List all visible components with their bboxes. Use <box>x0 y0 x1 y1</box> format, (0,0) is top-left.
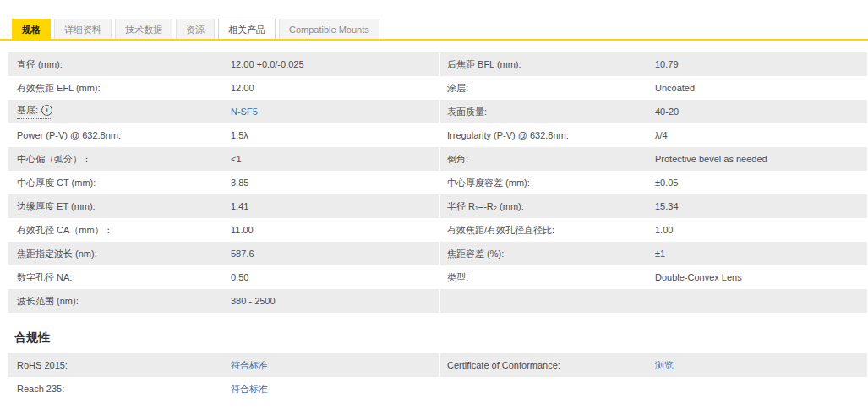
specifications-table: 直径 (mm):12.00 +0.0/-0.025有效焦距 EFL (mm):1… <box>8 52 867 313</box>
spec-row-label: 中心厚度容差 (mm): <box>447 177 655 189</box>
spec-row-value: ±1 <box>655 248 665 259</box>
compliance-row <box>440 377 867 401</box>
spec-row-label: 半径 R₁=-R₂ (mm): <box>447 200 655 213</box>
compliance-section: RoHS 2015:符合标准Reach 235:符合标准Certificate … <box>0 353 868 401</box>
spec-row: 边缘厚度 ET (mm):1.41 <box>8 194 439 218</box>
compliance-heading: 合规性 <box>14 330 868 346</box>
spec-row-label: 有效焦距 EFL (mm): <box>17 82 231 95</box>
tab-related-products[interactable]: 相关产品 <box>218 19 276 39</box>
spec-row: 数字孔径 NA:0.50 <box>8 265 439 289</box>
tab-bar: 规格详细资料技术数据资源相关产品Compatible Mounts <box>0 0 868 41</box>
spec-row: Power (P-V) @ 632.8nm:1.5λ <box>8 123 439 147</box>
spec-row-label: 倒角: <box>447 153 655 166</box>
tab-specifications[interactable]: 规格 <box>12 19 51 39</box>
spec-row: 后焦距 BFL (mm):10.79 <box>440 52 867 76</box>
spec-row-column-right: 后焦距 BFL (mm):10.79涂层:Uncoated表面质量:40-20I… <box>440 52 867 313</box>
tab-compatible-mounts[interactable]: Compatible Mounts <box>279 19 379 39</box>
spec-row-label: 后焦距 BFL (mm): <box>447 58 655 71</box>
spec-row-label: 直径 (mm): <box>17 58 231 71</box>
compliance-row-column-left: RoHS 2015:符合标准Reach 235:符合标准 <box>8 353 439 401</box>
spec-row-value: 1.41 <box>231 201 248 211</box>
spec-row: 有效焦距 EFL (mm):12.00 <box>8 76 439 100</box>
spec-row-label: 涂层: <box>447 82 655 95</box>
spec-row: 倒角:Protective bevel as needed <box>440 147 867 171</box>
spec-row: 焦距容差 (%):±1 <box>440 242 867 265</box>
compliance-row-label: Certificate of Conformance: <box>447 360 655 370</box>
spec-row: 中心厚度容差 (mm):±0.05 <box>440 171 867 194</box>
compliance-row-label: Reach 235: <box>17 384 231 394</box>
spec-row-value: 1.5λ <box>231 130 248 140</box>
compliance-row-label: RoHS 2015: <box>17 360 231 370</box>
spec-row-label: 波长范围 (nm): <box>17 295 231 308</box>
spec-row-label: Power (P-V) @ 632.8nm: <box>17 130 231 140</box>
spec-row: Irregularity (P-V) @ 632.8nm:λ/4 <box>440 123 867 147</box>
spec-row <box>440 289 867 313</box>
compliance-row: Certificate of Conformance:浏览 <box>440 353 867 377</box>
spec-row: 波长范围 (nm):380 - 2500 <box>8 289 439 313</box>
spec-row-value: 3.85 <box>231 177 248 188</box>
spec-row-label: 基底:i <box>17 104 231 119</box>
tab-resources[interactable]: 资源 <box>176 19 215 39</box>
spec-row: 焦距指定波长 (nm):587.6 <box>8 242 439 265</box>
spec-row-value: 587.6 <box>231 248 254 259</box>
spec-row-label: Irregularity (P-V) @ 632.8nm: <box>447 130 655 140</box>
spec-row: 半径 R₁=-R₂ (mm):15.34 <box>440 194 867 218</box>
spec-row-label: 焦距容差 (%): <box>447 248 655 260</box>
spec-row-label: 边缘厚度 ET (mm): <box>17 200 231 213</box>
spec-row: 有效孔径 CA（mm）：11.00 <box>8 218 439 242</box>
spec-row-label: 表面质量: <box>447 106 655 118</box>
spec-row-label: 数字孔径 NA: <box>17 271 231 284</box>
compliance-row-value-link[interactable]: 浏览 <box>655 359 674 372</box>
info-icon[interactable]: i <box>41 105 52 116</box>
compliance-row-value-link[interactable]: 符合标准 <box>231 383 268 396</box>
spec-row-value-link[interactable]: N-SF5 <box>231 106 258 117</box>
spec-row-value: Double-Convex Lens <box>655 272 742 282</box>
spec-row-label: 中心偏（弧分）： <box>17 153 231 166</box>
spec-row-value: 15.34 <box>655 201 679 211</box>
spec-row-label: 类型: <box>447 271 655 284</box>
spec-row-value: 11.00 <box>231 225 254 235</box>
spec-row-value: Protective bevel as needed <box>655 154 767 164</box>
spec-row-value: 0.50 <box>231 272 248 282</box>
spec-row-label: 有效焦距/有效孔径直径比: <box>447 224 655 237</box>
spec-row-value: <1 <box>231 154 242 164</box>
compliance-row: RoHS 2015:符合标准 <box>8 353 439 377</box>
spec-row-label: 中心厚度 CT (mm): <box>17 177 231 189</box>
tab-technical-data[interactable]: 技术数据 <box>115 19 172 39</box>
tab-details[interactable]: 详细资料 <box>54 19 112 39</box>
spec-row: 中心偏（弧分）：<1 <box>8 147 439 171</box>
spec-row-value: ±0.05 <box>655 177 678 188</box>
spec-row-value: 1.00 <box>655 225 673 235</box>
compliance-row-value-link[interactable]: 符合标准 <box>231 359 268 372</box>
spec-row: 表面质量:40-20 <box>440 100 867 123</box>
spec-row-column-left: 直径 (mm):12.00 +0.0/-0.025有效焦距 EFL (mm):1… <box>8 52 439 313</box>
spec-row: 涂层:Uncoated <box>440 76 867 100</box>
spec-row-label: 有效孔径 CA（mm）： <box>17 224 231 237</box>
spec-row: 类型:Double-Convex Lens <box>440 265 867 289</box>
spec-row-value: 12.00 <box>231 83 254 93</box>
compliance-row: Reach 235:符合标准 <box>8 377 439 401</box>
spec-row: 有效焦距/有效孔径直径比:1.00 <box>440 218 867 242</box>
spec-row: 直径 (mm):12.00 +0.0/-0.025 <box>8 52 439 76</box>
spec-row: 中心厚度 CT (mm):3.85 <box>8 171 439 194</box>
compliance-row-column-right: Certificate of Conformance:浏览 <box>440 353 867 401</box>
spec-row-value: Uncoated <box>655 83 695 93</box>
spec-row-label-text: 基底: <box>17 105 38 115</box>
spec-row-value: 40-20 <box>655 106 679 117</box>
spec-row-value: λ/4 <box>655 130 668 140</box>
spec-row: 基底:iN-SF5 <box>8 100 439 123</box>
spec-row-value: 380 - 2500 <box>231 296 276 306</box>
compliance-table: RoHS 2015:符合标准Reach 235:符合标准Certificate … <box>8 353 867 401</box>
spec-row-value: 12.00 +0.0/-0.025 <box>231 59 304 69</box>
spec-row-label: 焦距指定波长 (nm): <box>17 248 231 260</box>
spec-row-value: 10.79 <box>655 59 679 69</box>
